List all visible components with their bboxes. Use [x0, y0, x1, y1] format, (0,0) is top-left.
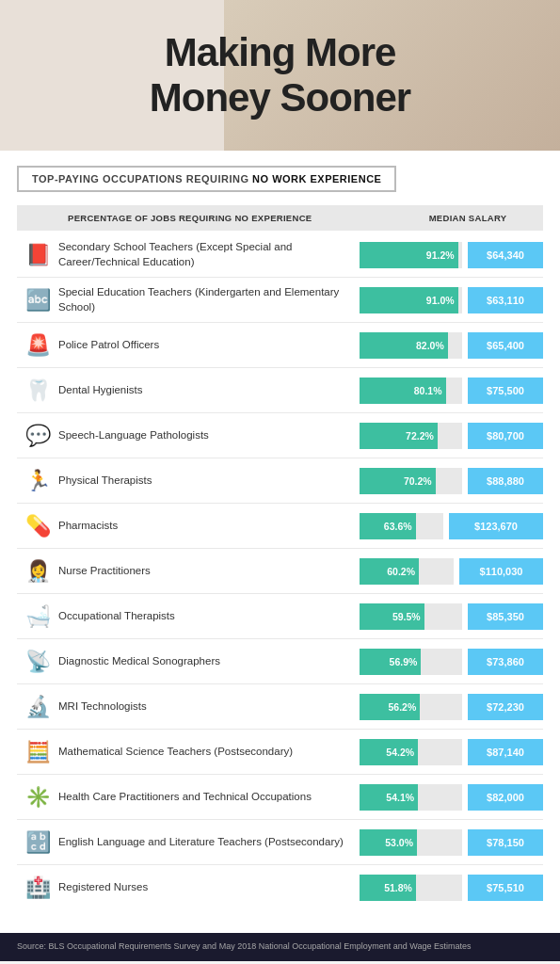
- bar-pct-label: 54.2%: [386, 747, 414, 758]
- row-label: Dental Hygienists: [58, 383, 360, 398]
- row-icon: 🧮: [17, 740, 58, 764]
- row-label: Health Care Practitioners and Technical …: [58, 790, 360, 805]
- bar-fill: 91.2%: [360, 242, 458, 268]
- bar-pct-label: 70.2%: [404, 475, 432, 487]
- salary-box: $82,000: [468, 784, 543, 811]
- bar-fill: 80.1%: [360, 378, 446, 404]
- salary-box: $78,150: [468, 829, 543, 856]
- salary-box: $72,230: [468, 694, 543, 720]
- bar-wrap: 91.2%: [360, 242, 462, 268]
- data-table: 📕 Secondary School Teachers (Except Spec…: [17, 233, 543, 910]
- bar-pct-label: 54.1%: [386, 792, 414, 803]
- row-bar-section: 53.0% $78,150: [360, 829, 543, 856]
- footer-source-text: BLS Occupational Requirements Survey and…: [46, 941, 471, 951]
- table-row: 💊 Pharmacists 63.6% $123,670: [17, 504, 543, 549]
- bar-fill: 54.2%: [360, 739, 418, 765]
- row-icon: 🔬: [17, 695, 58, 719]
- bar-pct-label: 51.8%: [384, 882, 412, 893]
- bar-wrap: 70.2%: [360, 468, 462, 494]
- bar-pct-label: 60.2%: [387, 566, 415, 577]
- row-label: Speech-Language Pathologists: [58, 428, 360, 443]
- table-row: ✳️ Health Care Practitioners and Technic…: [17, 775, 543, 820]
- row-label: Secondary School Teachers (Except Specia…: [58, 240, 360, 269]
- bar-fill: 53.0%: [360, 829, 417, 856]
- row-bar-section: 54.2% $87,140: [360, 739, 543, 765]
- bar-wrap: 56.9%: [360, 649, 462, 675]
- bar-wrap: 51.8%: [360, 875, 462, 901]
- subtitle-prefix: TOP-PAYING OCCUPATIONS REQUIRING: [32, 173, 252, 185]
- subtitle-box: TOP-PAYING OCCUPATIONS REQUIRING NO WORK…: [17, 166, 396, 192]
- row-bar-section: 60.2% $110,030: [360, 558, 543, 585]
- row-label: Physical Therapists: [58, 474, 360, 489]
- main-content: TOP-PAYING OCCUPATIONS REQUIRING NO WORK…: [0, 151, 560, 933]
- bar-fill: 60.2%: [360, 558, 419, 585]
- column-headers: PERCENTAGE OF JOBS REQUIRING NO EXPERIEN…: [17, 205, 543, 231]
- table-row: 🛁 Occupational Therapists 59.5% $85,350: [17, 594, 543, 639]
- sal-column-header: MEDIAN SALARY: [392, 213, 543, 223]
- page-title: Making More Money Sooner: [150, 30, 410, 121]
- row-bar-section: 91.2% $64,340: [360, 242, 543, 268]
- row-bar-section: 59.5% $85,350: [360, 603, 543, 630]
- row-icon: 🔤: [17, 288, 58, 313]
- bar-fill: 54.1%: [360, 784, 418, 811]
- bar-fill: 56.9%: [360, 649, 421, 675]
- row-label: Nurse Practitioners: [58, 564, 360, 579]
- subtitle-highlight: NO WORK EXPERIENCE: [252, 173, 381, 185]
- salary-box: $123,670: [449, 513, 543, 539]
- salary-box: $63,110: [468, 287, 543, 313]
- row-bar-section: 54.1% $82,000: [360, 784, 543, 811]
- row-bar-section: 82.0% $65,400: [360, 332, 543, 359]
- row-icon: 🏃: [17, 469, 58, 493]
- bar-fill: 82.0%: [360, 332, 448, 359]
- bar-pct-label: 82.0%: [416, 340, 444, 351]
- bar-pct-label: 56.9%: [390, 656, 418, 667]
- row-bar-section: 91.0% $63,110: [360, 287, 543, 313]
- row-bar-section: 80.1% $75,500: [360, 378, 543, 404]
- row-icon: 💊: [17, 514, 58, 538]
- row-label: Mathematical Science Teachers (Postsecon…: [58, 745, 360, 760]
- bar-wrap: 63.6%: [360, 513, 443, 539]
- salary-box: $75,500: [468, 378, 543, 404]
- bar-wrap: 56.2%: [360, 694, 462, 720]
- bar-pct-label: 91.0%: [426, 295, 455, 306]
- salary-box: $73,860: [468, 649, 543, 675]
- table-row: 🔡 English Language and Literature Teache…: [17, 820, 543, 865]
- table-row: 📡 Diagnostic Medical Sonographers 56.9% …: [17, 639, 543, 684]
- salary-box: $65,400: [468, 332, 543, 359]
- bar-pct-label: 72.2%: [406, 430, 434, 442]
- row-icon: 💬: [17, 424, 58, 448]
- salary-box: $64,340: [468, 242, 543, 268]
- row-icon: 📕: [17, 243, 58, 267]
- row-label: Diagnostic Medical Sonographers: [58, 654, 360, 669]
- salary-box: $85,350: [468, 603, 543, 630]
- salary-box: $87,140: [468, 739, 543, 765]
- table-row: 🏥 Registered Nurses 51.8% $75,510: [17, 865, 543, 910]
- row-icon: 🦷: [17, 378, 58, 403]
- bar-wrap: 80.1%: [360, 378, 462, 404]
- bar-wrap: 54.1%: [360, 784, 462, 811]
- bar-fill: 51.8%: [360, 875, 416, 901]
- salary-box: $88,880: [468, 468, 543, 494]
- bar-wrap: 72.2%: [360, 423, 462, 449]
- pct-column-header: PERCENTAGE OF JOBS REQUIRING NO EXPERIEN…: [68, 213, 392, 223]
- bar-wrap: 54.2%: [360, 739, 462, 765]
- table-row: 🔤 Special Education Teachers (Kindergart…: [17, 278, 543, 323]
- bar-pct-label: 91.2%: [426, 249, 455, 261]
- row-bar-section: 72.2% $80,700: [360, 423, 543, 449]
- salary-box: $80,700: [468, 423, 543, 449]
- bar-fill: 56.2%: [360, 694, 420, 720]
- table-row: 👩‍⚕️ Nurse Practitioners 60.2% $110,030: [17, 549, 543, 594]
- row-icon: ✳️: [17, 785, 58, 810]
- row-icon: 🏥: [17, 876, 58, 900]
- bar-fill: 70.2%: [360, 468, 436, 494]
- bar-wrap: 82.0%: [360, 332, 462, 359]
- bar-pct-label: 80.1%: [414, 385, 442, 396]
- table-row: 💬 Speech-Language Pathologists 72.2% $80…: [17, 413, 543, 458]
- bar-pct-label: 63.6%: [384, 521, 412, 532]
- bar-pct-label: 53.0%: [385, 837, 413, 848]
- hero-section: Making More Money Sooner: [0, 0, 560, 151]
- row-bar-section: 63.6% $123,670: [360, 513, 543, 539]
- table-row: 🧮 Mathematical Science Teachers (Postsec…: [17, 730, 543, 775]
- row-bar-section: 51.8% $75,510: [360, 875, 543, 901]
- table-row: 🦷 Dental Hygienists 80.1% $75,500: [17, 368, 543, 413]
